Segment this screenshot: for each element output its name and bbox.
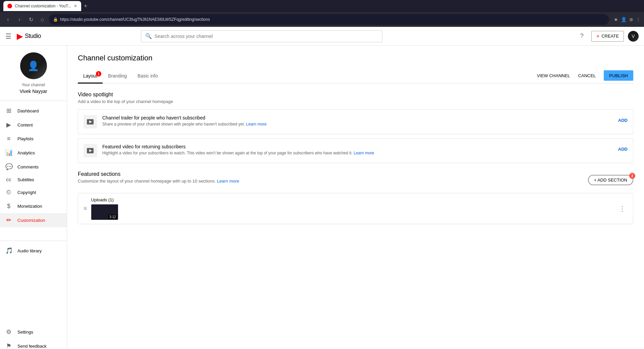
tabs-container: Layout 1 Branding Basic info VIEW CHANNE… (78, 69, 633, 84)
sidebar-item-customization[interactable]: ✏ Customization (0, 213, 67, 227)
page-title: Channel customization (78, 54, 633, 62)
cancel-button[interactable]: CANCEL (574, 70, 600, 81)
tab-title: Channel customization - YouT... (15, 4, 71, 8)
sidebar-item-label: Subtitles (17, 177, 34, 182)
video-spotlight-section: Video spotlight Add a video to the top o… (78, 92, 633, 163)
dashboard-icon: ⊞ (5, 107, 12, 114)
avatar-initial: V (632, 34, 635, 39)
search-icon: 🔍 (145, 33, 152, 39)
sidebar-item-settings[interactable]: ⚙ Settings (0, 325, 67, 339)
sidebar-item-label: Customization (17, 218, 45, 223)
featured-video-content: Featured video for returning subscribers… (102, 144, 613, 155)
create-button[interactable]: + CREATE (591, 31, 624, 42)
view-channel-button[interactable]: VIEW CHANNEL (537, 70, 570, 81)
sidebar-user-avatar[interactable]: 👤 (20, 52, 47, 79)
subtitles-icon: CC (5, 178, 12, 182)
forward-button[interactable]: › (15, 15, 24, 24)
sidebar-item-copyright[interactable]: © Copyright (0, 186, 67, 199)
uploads-section: ≡ Uploads (1) 3:12 ⋮ (78, 193, 633, 224)
question-mark-icon: ? (580, 33, 584, 40)
add-section-button[interactable]: + ADD SECTION 2 (588, 175, 633, 185)
sidebar-item-label: Comments (17, 164, 39, 169)
menu-icon[interactable]: ⋮ (636, 17, 641, 22)
content-area: Channel customization Layout 1 Branding … (67, 46, 644, 349)
playlists-icon: ≡ (5, 135, 12, 142)
home-button[interactable]: ⌂ (38, 15, 47, 24)
create-plus-icon: + (596, 33, 599, 39)
lock-icon: 🔒 (53, 17, 58, 22)
app: ☰ ▶ Studio 🔍 ? + CREATE V 👤 (0, 27, 644, 349)
profile-icon[interactable]: 👤 (621, 17, 627, 22)
youtube-icon: ▶ (17, 32, 23, 41)
studio-logo-text: Studio (25, 33, 41, 40)
sidebar: 👤 Your channel Vivek Nayyar ⊞ Dashboard … (0, 46, 67, 349)
channel-trailer-title: Channel trailer for people who haven't s… (102, 115, 613, 120)
search-bar[interactable]: 🔍 (141, 30, 382, 42)
upload-thumbnail: 3:12 (91, 204, 118, 220)
channel-trailer-content: Channel trailer for people who haven't s… (102, 115, 613, 127)
uploads-more-options-button[interactable]: ⋮ (617, 203, 628, 214)
sidebar-item-monetization[interactable]: $ Monetization (0, 199, 67, 213)
sidebar-item-label: Monetization (17, 204, 42, 209)
tab-layout[interactable]: Layout 1 (78, 69, 103, 84)
sidebar-item-subtitles[interactable]: CC Subtitles (0, 174, 67, 186)
comments-icon: 💬 (5, 163, 12, 170)
add-section-badge: 2 (629, 173, 635, 179)
browser-action-buttons: ★ 👤 ⊕ ⋮ (614, 17, 641, 22)
tab-branding[interactable]: Branding (103, 69, 132, 84)
search-input[interactable] (155, 34, 378, 39)
channel-trailer-learn-more-link[interactable]: Learn more (246, 122, 267, 127)
bookmarks-icon[interactable]: ★ (614, 17, 618, 22)
header-actions: ? + CREATE V (577, 31, 639, 42)
featured-sections-desc: Customize the layout of your channel hom… (78, 179, 239, 184)
settings-icon: ⚙ (5, 328, 12, 336)
sidebar-item-dashboard[interactable]: ⊞ Dashboard (0, 104, 67, 118)
browser-tab-bar: Channel customization - YouT... ✕ + (0, 0, 644, 12)
featured-sections-learn-more-link[interactable]: Learn more (217, 179, 239, 184)
add-section-label: + ADD SECTION (594, 178, 627, 183)
tab-favicon (7, 4, 12, 8)
new-tab-button[interactable]: + (84, 3, 88, 10)
help-button[interactable]: ? (577, 31, 587, 42)
tab-layout-label: Layout (83, 73, 97, 79)
feedback-icon: ⚑ (5, 342, 12, 349)
sidebar-item-analytics[interactable]: 📊 Analytics (0, 146, 67, 160)
tab-close-button[interactable]: ✕ (74, 4, 77, 8)
user-avatar[interactable]: V (628, 31, 639, 42)
sidebar-item-label: Audio library (17, 248, 42, 253)
upload-content: Uploads (1) 3:12 (91, 197, 613, 220)
reload-button[interactable]: ↻ (26, 15, 36, 24)
logo[interactable]: ▶ Studio (17, 32, 41, 41)
sidebar-user-section: 👤 Your channel Vivek Nayyar (0, 46, 67, 101)
featured-video-add-button[interactable]: ADD (618, 144, 628, 154)
create-label: CREATE (601, 34, 619, 39)
drag-handle-icon[interactable]: ≡ (84, 205, 87, 212)
extensions-icon[interactable]: ⊕ (629, 17, 633, 22)
sidebar-item-playlists[interactable]: ≡ Playlists (0, 132, 67, 146)
sidebar-item-label: Playlists (17, 136, 34, 141)
sidebar-item-label: Copyright (17, 190, 36, 195)
featured-video-learn-more-link[interactable]: Learn more (354, 151, 374, 155)
channel-trailer-add-button[interactable]: ADD (618, 115, 628, 126)
content-icon: ▶ (5, 121, 12, 129)
sidebar-item-comments[interactable]: 💬 Comments (0, 160, 67, 174)
tab-basic-info[interactable]: Basic info (132, 69, 163, 84)
sidebar-item-send-feedback[interactable]: ⚑ Send feedback (0, 339, 67, 349)
audio-library-icon: 🎵 (5, 247, 12, 254)
sidebar-item-label: Analytics (17, 150, 35, 155)
sidebar-item-label: Send feedback (17, 344, 47, 349)
hamburger-menu-icon[interactable]: ☰ (5, 32, 11, 40)
address-bar[interactable]: 🔒 https://studio.youtube.com/channel/UC3… (49, 14, 609, 25)
monetization-icon: $ (5, 203, 12, 210)
tab-actions: VIEW CHANNEL CANCEL PUBLISH (537, 70, 633, 82)
sidebar-item-audio-library[interactable]: 🎵 Audio library (0, 244, 67, 258)
thumbnail-duration: 3:12 (108, 215, 117, 219)
sidebar-item-content[interactable]: ▶ Content (0, 118, 67, 132)
sidebar-nav: ⊞ Dashboard ▶ Content ≡ Playlists 📊 Anal… (0, 101, 67, 230)
browser-nav-bar: ‹ › ↻ ⌂ 🔒 https://studio.youtube.com/cha… (0, 12, 644, 27)
channel-trailer-desc: Share a preview of your channel shown wi… (102, 122, 613, 127)
publish-button[interactable]: PUBLISH (604, 70, 633, 81)
channel-trailer-icon (84, 115, 97, 129)
back-button[interactable]: ‹ (3, 15, 13, 24)
browser-tab[interactable]: Channel customization - YouT... ✕ (3, 1, 81, 11)
